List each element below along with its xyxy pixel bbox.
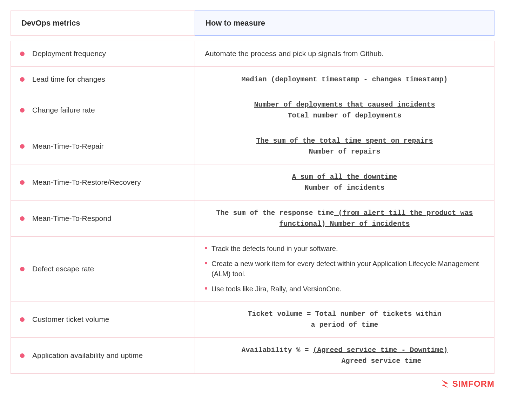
formula-fraction: A sum of all the downtime Number of inci…: [205, 171, 484, 193]
formula-line: Ticket volume = Total number of tickets …: [205, 309, 484, 319]
measure-text: Automate the process and pick up signals…: [205, 49, 484, 58]
formula-denominator: Total number of deployments: [205, 110, 484, 121]
formula-text: Ticket volume = Total number of tickets …: [205, 309, 484, 330]
formula-text: Availability % = (Agreed service time - …: [205, 345, 484, 366]
bullet-icon: [20, 216, 25, 221]
header-devops-metrics: DevOps metrics: [11, 11, 195, 36]
metric-cell: Deployment frequency: [11, 41, 195, 66]
list-item: Use tools like Jira, Rally, and VersionO…: [205, 284, 484, 294]
table-row: Mean-Time-To-Repair The sum of the total…: [11, 128, 494, 164]
bullet-icon: [205, 262, 207, 264]
formula-denominator: Number of incidents: [205, 182, 484, 193]
formula-denominator: Agreed service time: [205, 355, 484, 366]
brand-name: SIMFORM: [452, 379, 494, 389]
metrics-table: DevOps metrics How to measure Deployment…: [11, 11, 494, 389]
metric-cell: Lead time for changes: [11, 67, 195, 92]
metric-cell: Defect escape rate: [11, 237, 195, 301]
metric-cell: Mean-Time-To-Repair: [11, 128, 195, 164]
list-item-text: Use tools like Jira, Rally, and VersionO…: [211, 284, 342, 294]
formula-text: Median (deployment timestamp - changes t…: [205, 74, 484, 85]
measure-cell: Track the defects found in your software…: [195, 237, 494, 301]
bullet-icon: [20, 52, 25, 56]
measure-cell: The sum of the response time (from alert…: [195, 201, 494, 236]
formula-prefix: Availability % =: [241, 346, 313, 354]
metric-label: Mean-Time-To-Respond: [32, 214, 112, 223]
bullet-icon: [20, 317, 25, 322]
measure-cell: Ticket volume = Total number of tickets …: [195, 302, 494, 337]
header-how-to-measure: How to measure: [195, 11, 494, 36]
metric-label: Defect escape rate: [32, 265, 94, 273]
bullet-icon: [205, 247, 207, 249]
table-row: Defect escape rate Track the defects fou…: [11, 236, 494, 301]
measure-cell: Automate the process and pick up signals…: [195, 41, 494, 66]
bullet-icon: [20, 353, 25, 358]
table-row: Change failure rate Number of deployment…: [11, 92, 494, 128]
metric-label: Customer ticket volume: [32, 315, 109, 324]
footer-brand: SIMFORM: [11, 374, 494, 389]
formula-numerator: Number of deployments that caused incide…: [205, 99, 484, 110]
list-item: Track the defects found in your software…: [205, 244, 484, 254]
measure-sub-list: Track the defects found in your software…: [205, 244, 484, 294]
metric-label: Mean-Time-To-Repair: [32, 142, 103, 150]
bullet-icon: [20, 267, 25, 271]
measure-cell: Median (deployment timestamp - changes t…: [195, 67, 494, 92]
formula-fraction: Number of deployments that caused incide…: [205, 99, 484, 121]
formula-text: The sum of the response time (from alert…: [205, 208, 484, 229]
formula-numerator: The sum of the total time spent on repai…: [205, 135, 484, 146]
metric-cell: Mean-Time-To-Restore/Recovery: [11, 164, 195, 200]
table-row: Mean-Time-To-Respond The sum of the resp…: [11, 200, 494, 236]
table-row: Lead time for changes Median (deployment…: [11, 66, 494, 92]
table-body: Deployment frequency Automate the proces…: [11, 41, 494, 374]
measure-cell: The sum of the total time spent on repai…: [195, 128, 494, 164]
formula-prefix: The sum of the response time: [216, 209, 334, 217]
formula-numerator: A sum of all the downtime: [205, 171, 484, 182]
metric-label: Lead time for changes: [32, 75, 105, 83]
measure-cell: A sum of all the downtime Number of inci…: [195, 164, 494, 200]
metric-cell: Change failure rate: [11, 92, 195, 128]
list-item: Create a new work item for every defect …: [205, 259, 484, 279]
measure-cell: Availability % = (Agreed service time - …: [195, 338, 494, 373]
metric-label: Application availability and uptime: [32, 351, 143, 360]
metric-cell: Customer ticket volume: [11, 302, 195, 337]
metric-cell: Application availability and uptime: [11, 338, 195, 373]
formula-line: a period of time: [205, 319, 484, 330]
metric-label: Mean-Time-To-Restore/Recovery: [32, 178, 141, 187]
bullet-icon: [20, 180, 25, 185]
brand-logo-icon: [440, 379, 450, 389]
metric-label: Change failure rate: [32, 106, 95, 114]
bullet-icon: [20, 108, 25, 113]
table-row: Application availability and uptime Avai…: [11, 337, 494, 374]
table-row: Deployment frequency Automate the proces…: [11, 41, 494, 66]
metric-cell: Mean-Time-To-Respond: [11, 201, 195, 236]
measure-cell: Number of deployments that caused incide…: [195, 92, 494, 128]
list-item-text: Create a new work item for every defect …: [211, 259, 484, 279]
bullet-icon: [20, 77, 25, 82]
list-item-text: Track the defects found in your software…: [211, 244, 338, 254]
formula-underlined: (Agreed service time - Downtime): [313, 346, 447, 354]
table-row: Customer ticket volume Ticket volume = T…: [11, 301, 494, 337]
bullet-icon: [20, 144, 25, 149]
bullet-icon: [205, 287, 207, 290]
table-row: Mean-Time-To-Restore/Recovery A sum of a…: [11, 164, 494, 200]
formula-denominator: Number of repairs: [205, 146, 484, 157]
formula-fraction: The sum of the total time spent on repai…: [205, 135, 484, 157]
metric-label: Deployment frequency: [32, 49, 106, 58]
table-header-row: DevOps metrics How to measure: [11, 11, 494, 36]
